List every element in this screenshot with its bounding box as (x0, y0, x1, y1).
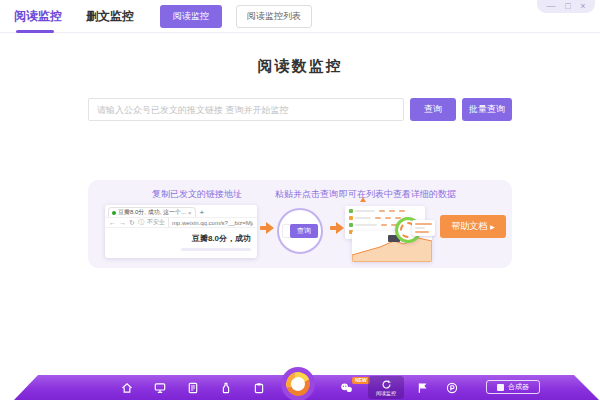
tab-reading-monitor-label: 阅读监控 (14, 9, 62, 23)
mini-donut-tooltip (412, 220, 435, 236)
page-title: 阅读数监控 (0, 57, 600, 76)
help-docs-button[interactable]: 帮助文档 ▶ (440, 215, 506, 238)
active-tab-underline (16, 30, 54, 33)
window-controls: — □ × (537, 0, 595, 13)
guide-panel: 复制已发文的链接地址 粘贴并点击查询 即可在列表中查看详细的数据 豆瓣8.0分,… (88, 180, 512, 268)
mini-browser-illustration: 豆瓣8.0分, 成功, 这一个... × + ← → ↻ ⓘ 不安全 mp.we… (105, 205, 257, 258)
close-icon[interactable]: × (580, 2, 585, 11)
clipboard-icon[interactable] (253, 382, 265, 394)
article-link-input[interactable] (88, 98, 404, 121)
back-icon: ← (109, 219, 116, 226)
query-circle-illustration: 查询 (277, 208, 323, 254)
guide-step-1: 复制已发文的链接地址 (152, 188, 242, 201)
circle-p-icon[interactable] (446, 382, 458, 394)
guide-step-2: 粘贴并点击查询 (275, 188, 338, 201)
info-icon: ⓘ (138, 218, 144, 227)
reading-monitor-button[interactable]: 阅读监控 (160, 5, 222, 28)
home-icon[interactable] (121, 382, 133, 394)
synthesizer-label: 合成器 (508, 382, 529, 392)
synthesizer-button[interactable]: 合成器 (486, 380, 540, 394)
reading-monitor-list-button[interactable]: 阅读监控列表 (236, 5, 312, 28)
mini-browser-text-line (181, 248, 251, 251)
circle-query-button[interactable]: 查询 (290, 224, 318, 238)
document-icon[interactable] (187, 382, 199, 394)
security-label: 不安全 (147, 218, 169, 227)
bottom-dock: NEW 阅读监控 合成器 (0, 375, 600, 400)
wechat-icon[interactable] (340, 382, 352, 394)
cursor-icon (360, 197, 366, 202)
batch-query-button[interactable]: 批量查询 (462, 98, 512, 121)
new-tab-icon: + (200, 209, 205, 217)
square-icon (497, 384, 504, 391)
forward-icon: → (119, 219, 126, 226)
maximize-icon[interactable]: □ (565, 2, 570, 11)
search-row: 查询 批量查询 (88, 98, 512, 121)
guide-step-3: 即可在列表中查看详细的数据 (339, 188, 456, 201)
play-arrow-icon: ▶ (490, 223, 495, 230)
favicon-dot-icon (112, 211, 116, 215)
tab-delete-monitor-label: 删文监控 (86, 9, 134, 23)
mini-browser-tab: 豆瓣8.0分, 成功, 这一个... × (108, 207, 196, 217)
mini-browser-content: 豆瓣8.0分，成功 (105, 228, 257, 244)
result-screenshots-illustration (345, 204, 437, 264)
mini-browser-addressbar: ← → ↻ ⓘ 不安全 mp.weixin.qq.com/s?__biz=MjA… (105, 217, 257, 228)
ink-bottle-icon[interactable] (220, 382, 232, 394)
refresh-monitor-icon (381, 379, 392, 390)
top-tab-bar: 阅读监控 删文监控 阅读监控 阅读监控列表 (0, 0, 600, 33)
monitor-icon[interactable] (154, 382, 166, 394)
query-button[interactable]: 查询 (410, 98, 456, 121)
tab-reading-monitor[interactable]: 阅读监控 (14, 8, 62, 25)
dock-item-reading-monitor-label: 阅读监控 (376, 391, 396, 396)
url-text: mp.weixin.qq.com/s?__biz=MjAxNDA2N... (172, 220, 253, 226)
arrow-right-icon (260, 222, 274, 234)
arrow-right-icon (330, 222, 344, 234)
dock-item-reading-monitor[interactable]: 阅读监控 (368, 376, 404, 399)
tab-delete-monitor[interactable]: 删文监控 (86, 8, 134, 25)
mini-browser-tabstrip: 豆瓣8.0分, 成功, 这一个... × + (105, 205, 257, 217)
minimize-icon[interactable]: — (547, 2, 556, 11)
mini-browser-tab-title: 豆瓣8.0分, 成功, 这一个... (118, 208, 186, 217)
help-docs-label: 帮助文档 (451, 220, 487, 233)
reload-icon: ↻ (129, 219, 135, 227)
flag-icon[interactable] (416, 382, 428, 394)
tab-close-icon: × (188, 210, 192, 216)
